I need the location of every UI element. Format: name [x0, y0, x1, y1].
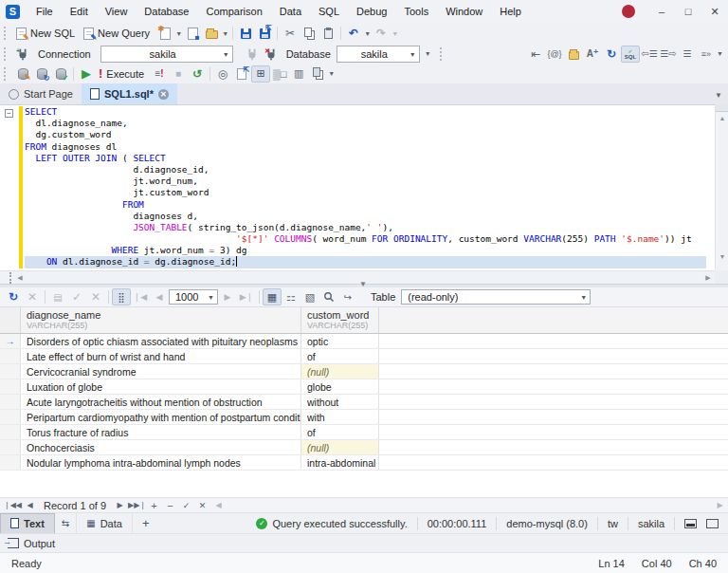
grid-view-icon[interactable]: ▦: [263, 288, 282, 305]
swap-views-button[interactable]: ⇆: [55, 513, 77, 534]
toolbar-grip[interactable]: [4, 67, 10, 81]
run-icon[interactable]: ▶: [77, 65, 96, 83]
menu-edit[interactable]: Edit: [62, 2, 97, 21]
menu-window[interactable]: Window: [437, 2, 491, 21]
cell-diagnose-name[interactable]: Torus fracture of radius: [21, 425, 301, 439]
tab-list-dropdown[interactable]: ▼: [715, 91, 722, 100]
new-window-layout-icon[interactable]: [308, 65, 327, 83]
minimize-button[interactable]: –: [648, 0, 675, 23]
next-record-icon[interactable]: ▶: [112, 501, 128, 509]
cell-custom-word[interactable]: (null): [301, 364, 379, 379]
paginal-mode-icon[interactable]: ⣿: [112, 288, 131, 305]
cell-custom-word[interactable]: intra-abdominal: [301, 455, 379, 470]
last-record-icon[interactable]: ▶▶❘: [128, 501, 146, 509]
history-icon[interactable]: ↺: [188, 65, 207, 83]
fold-collapse-icon[interactable]: −: [5, 109, 13, 118]
scroll-up-icon[interactable]: ▲: [716, 112, 728, 124]
redo-dropdown[interactable]: ▼: [391, 30, 399, 37]
close-button[interactable]: ✕: [701, 0, 728, 23]
connection-select[interactable]: sakila ▼: [100, 46, 233, 63]
execute-script-icon[interactable]: ≡!: [150, 65, 169, 83]
code-line[interactable]: dg.custom_word: [25, 129, 715, 140]
code-line[interactable]: d.diagnose_id,: [25, 164, 715, 176]
next-page-icon[interactable]: ▶: [218, 288, 237, 305]
table-select[interactable]: (read-only) ▼: [401, 289, 591, 305]
results-to-grid-icon[interactable]: ⊞: [251, 65, 270, 83]
tab-sql1[interactable]: SQL1.sql* ✕: [82, 83, 177, 104]
table-row[interactable]: Nodular lymphoma intra-abdominal lymph n…: [0, 455, 728, 471]
open-file-dropdown[interactable]: ▼: [221, 30, 229, 37]
code-line[interactable]: '$[*]' COLUMNS( word_num FOR ORDINALITY,…: [25, 233, 715, 245]
page-size-select[interactable]: 1000 ▼: [169, 289, 218, 305]
menu-tools[interactable]: Tools: [395, 2, 437, 21]
cell-custom-word[interactable]: optic: [301, 334, 379, 348]
previous-record-icon[interactable]: ◀: [22, 501, 38, 509]
code-line[interactable]: dl.diagnose_name,: [25, 118, 715, 129]
code-line[interactable]: jt.custom_word: [25, 187, 715, 198]
database-edit-icon[interactable]: ✎: [13, 65, 32, 83]
scroll-down-icon[interactable]: ▼: [716, 250, 728, 263]
code-lines[interactable]: SELECT dl.diagnose_name, dg.custom_wordF…: [25, 106, 715, 268]
goto-row-icon[interactable]: ↪: [338, 288, 357, 305]
cell-diagnose-name[interactable]: Disorders of optic chiasm associated wit…: [21, 334, 301, 348]
tab-text[interactable]: Text: [0, 513, 55, 534]
format-document-icon[interactable]: ☰: [678, 46, 697, 63]
parameters-icon[interactable]: {@}: [545, 46, 564, 63]
editor-vertical-scrollbar[interactable]: ▲ ▼: [715, 104, 728, 270]
cancel-edit-icon[interactable]: ✕: [194, 501, 210, 510]
open-file-button[interactable]: [202, 25, 221, 42]
first-page-icon[interactable]: ❘◀: [131, 288, 150, 305]
disconnect-icon[interactable]: ✕: [262, 46, 281, 63]
full-layout-icon[interactable]: [706, 519, 719, 528]
menu-comparison[interactable]: Comparison: [197, 2, 270, 21]
table-row[interactable]: Cervicocranial syndrome(null): [0, 364, 728, 379]
commit-table-icon[interactable]: ▤: [48, 288, 67, 305]
table-row[interactable]: Peripartum cardiomyopathy with mention o…: [0, 410, 728, 425]
toolbar-grip[interactable]: [4, 27, 10, 40]
cell-diagnose-name[interactable]: Acute laryngotracheitis without mention …: [21, 395, 301, 409]
split-layout-icon[interactable]: [684, 519, 697, 528]
column-header-custom-word[interactable]: custom_word VARCHAR(255): [301, 307, 379, 333]
table-row[interactable]: Onchocerciasis(null): [0, 440, 728, 455]
table-row[interactable]: Luxation of globeglobe: [0, 379, 728, 395]
cell-custom-word[interactable]: (null): [301, 440, 379, 454]
database-refresh-icon[interactable]: ↻: [32, 65, 51, 83]
save-all-button[interactable]: ⇱: [255, 25, 274, 42]
code-line[interactable]: FROM: [25, 199, 715, 211]
bookmark-folder-icon[interactable]: [564, 46, 583, 63]
output-panel-bar[interactable]: Output: [0, 533, 728, 553]
export-data-icon[interactable]: ⇱: [232, 65, 251, 83]
apply-changes-icon[interactable]: ✓: [67, 288, 86, 305]
cut-icon[interactable]: ✂: [281, 25, 300, 42]
cell-diagnose-name[interactable]: Luxation of globe: [21, 379, 301, 394]
refresh-code-icon[interactable]: ↻: [602, 46, 621, 63]
first-record-icon[interactable]: ❘◀◀: [4, 501, 22, 509]
table-row[interactable]: Late effect of burn of wrist and handof: [0, 349, 728, 364]
grid-scroll-right-icon[interactable]: ▶: [712, 501, 728, 509]
cell-custom-word[interactable]: of: [301, 349, 379, 363]
row-selector[interactable]: [0, 425, 21, 439]
new-document-button[interactable]: ✱: [155, 25, 174, 42]
cell-diagnose-name[interactable]: Onchocerciasis: [21, 440, 301, 454]
table-row[interactable]: Acute laryngotracheitis without mention …: [0, 395, 728, 410]
new-document-dropdown[interactable]: ▼: [174, 30, 183, 37]
code-line[interactable]: diagnoses d,: [25, 211, 715, 222]
connect-icon[interactable]: [243, 46, 262, 63]
menu-file[interactable]: File: [27, 2, 62, 21]
cell-diagnose-name[interactable]: Cervicocranial syndrome: [21, 364, 301, 379]
post-edit-icon[interactable]: ✓: [178, 501, 194, 510]
code-line[interactable]: SELECT: [25, 106, 715, 118]
toolbar-grip[interactable]: [440, 47, 446, 61]
text-case-icon[interactable]: A⁺: [583, 46, 602, 63]
save-button[interactable]: [236, 25, 255, 42]
cell-diagnose-name[interactable]: Late effect of burn of wrist and hand: [21, 349, 301, 363]
stop-refresh-icon[interactable]: ✕: [23, 288, 42, 305]
tab-data[interactable]: ▦ Data: [77, 513, 133, 534]
code-line[interactable]: ON dl.diagnose_id = dg.diagnose_id;: [25, 256, 706, 268]
cell-custom-word[interactable]: with: [301, 410, 379, 424]
layout-icon[interactable]: ▒□: [270, 65, 289, 83]
code-line[interactable]: FROM diagnoses dl: [25, 141, 715, 153]
menu-sql[interactable]: SQL: [310, 2, 348, 21]
row-selector[interactable]: [0, 379, 21, 394]
paste-icon[interactable]: [318, 25, 337, 42]
